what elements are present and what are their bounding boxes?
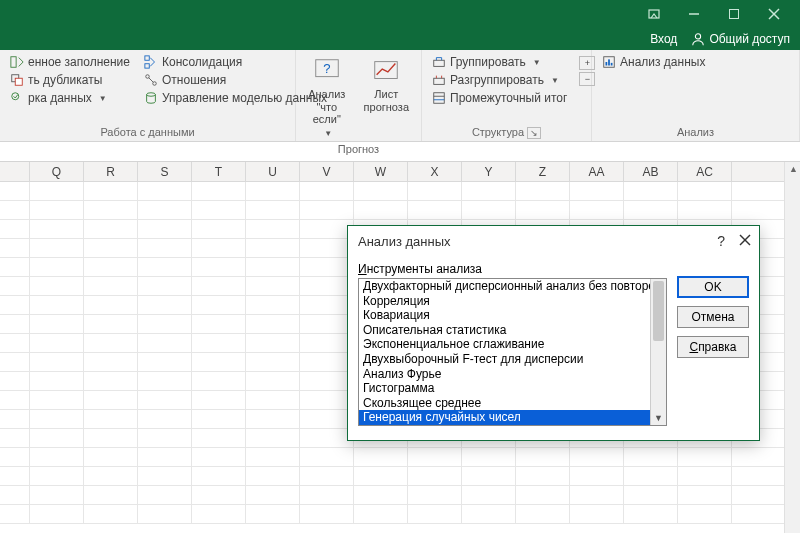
subtotal-label: Промежуточный итог: [450, 91, 567, 105]
svg-line-13: [149, 78, 153, 82]
chevron-down-icon: ▼: [654, 413, 663, 423]
column-header[interactable]: AC: [678, 162, 732, 181]
listbox-item[interactable]: Ковариация: [359, 308, 650, 323]
listbox-item[interactable]: Двухвыборочный F-тест для дисперсии: [359, 352, 650, 367]
scrollbar-thumb[interactable]: [653, 281, 664, 341]
scroll-up-icon: ▲: [789, 164, 798, 174]
data-validation-button[interactable]: рка данных ▼: [8, 90, 132, 106]
ribbon-group-outline: Группировать ▼ Разгруппировать ▼ Промежу…: [422, 50, 592, 141]
svg-rect-9: [145, 56, 149, 60]
column-header[interactable]: Z: [516, 162, 570, 181]
group-label-forecast: Прогноз: [304, 141, 413, 158]
ribbon-display-options-button[interactable]: [634, 0, 674, 28]
column-header[interactable]: AB: [624, 162, 678, 181]
column-header[interactable]: Y: [462, 162, 516, 181]
listbox-item[interactable]: Анализ Фурье: [359, 367, 650, 382]
svg-rect-25: [608, 59, 610, 65]
window-titlebar: [0, 0, 800, 28]
ungroup-label: Разгруппировать: [450, 73, 544, 87]
group-button[interactable]: Группировать ▼: [430, 54, 569, 70]
subtotal-button[interactable]: Промежуточный итог: [430, 90, 569, 106]
chevron-down-icon: ▼: [551, 76, 559, 85]
column-header[interactable]: Q: [30, 162, 84, 181]
ungroup-icon: [432, 73, 446, 87]
column-header[interactable]: W: [354, 162, 408, 181]
svg-rect-10: [145, 64, 149, 68]
ribbon-group-forecast: ? Анализ "чтоесли" ▼ Листпрогноза Прогно…: [296, 50, 422, 141]
sign-in-link[interactable]: Вход: [650, 32, 677, 46]
grid-row[interactable]: [0, 448, 800, 467]
listbox-item[interactable]: Экспоненциальное сглаживание: [359, 337, 650, 352]
grid-row[interactable]: [0, 182, 800, 201]
relationships-icon: [144, 73, 158, 87]
share-label: Общий доступ: [709, 32, 790, 46]
column-header[interactable]: V: [300, 162, 354, 181]
dialog-close-button[interactable]: [739, 233, 751, 249]
column-header[interactable]: S: [138, 162, 192, 181]
data-analysis-dialog: Анализ данных ? Инструменты анализа Двух…: [347, 225, 760, 441]
ribbon-group-data-tools: енное заполнение ть дубликаты рка данных…: [0, 50, 296, 141]
remove-duplicates-button[interactable]: ть дубликаты: [8, 72, 132, 88]
remove-duplicates-label: ть дубликаты: [28, 73, 102, 87]
svg-point-12: [153, 82, 157, 86]
svg-rect-26: [611, 63, 613, 66]
share-button[interactable]: Общий доступ: [691, 32, 790, 46]
listbox-item[interactable]: Генерация случайных чисел: [359, 410, 650, 425]
tools-list-label: Инструменты анализа: [358, 260, 667, 278]
column-header[interactable]: X: [408, 162, 462, 181]
listbox-scrollbar[interactable]: ▼: [650, 279, 666, 425]
listbox-item[interactable]: Описательная статистика: [359, 323, 650, 338]
person-icon: [691, 32, 705, 46]
help-button[interactable]: Справка: [677, 336, 749, 358]
forecast-sheet-button[interactable]: Листпрогноза: [360, 54, 413, 115]
listbox-item[interactable]: Скользящее среднее: [359, 396, 650, 411]
ok-button[interactable]: OK: [677, 276, 749, 298]
svg-point-8: [12, 93, 19, 100]
whatif-analysis-button[interactable]: ? Анализ "чтоесли" ▼: [304, 54, 350, 141]
dialog-title: Анализ данных: [358, 234, 451, 249]
column-header[interactable]: U: [246, 162, 300, 181]
data-validation-label: рка данных: [28, 91, 92, 105]
grid-row[interactable]: [0, 486, 800, 505]
grid-row[interactable]: [0, 505, 800, 524]
group-label: Группировать: [450, 55, 526, 69]
listbox-item[interactable]: Корреляция: [359, 294, 650, 309]
vertical-scrollbar[interactable]: ▲: [784, 162, 800, 533]
chevron-down-icon: ▼: [99, 94, 107, 103]
relationships-label: Отношения: [162, 73, 226, 87]
cancel-button[interactable]: Отмена: [677, 306, 749, 328]
svg-text:?: ?: [323, 61, 330, 76]
data-validation-icon: [10, 91, 24, 105]
close-icon: [739, 234, 751, 246]
column-header[interactable]: T: [192, 162, 246, 181]
subtotal-icon: [432, 91, 446, 105]
dialog-help-button[interactable]: ?: [717, 233, 725, 249]
chevron-down-icon: ▼: [324, 129, 332, 138]
flash-fill-icon: [10, 55, 24, 69]
svg-rect-20: [434, 93, 445, 104]
ribbon: енное заполнение ть дубликаты рка данных…: [0, 50, 800, 142]
minimize-button[interactable]: [674, 0, 714, 28]
data-analysis-button[interactable]: Анализ данных: [600, 54, 707, 70]
column-header[interactable]: R: [84, 162, 138, 181]
listbox-items: Двухфакторный дисперсионный анализ без п…: [359, 279, 650, 425]
group-label-data-tools: Работа с данными: [8, 124, 287, 141]
listbox-item[interactable]: Гистограмма: [359, 381, 650, 396]
svg-point-11: [146, 75, 150, 79]
remove-duplicates-icon: [10, 73, 24, 87]
flash-fill-button[interactable]: енное заполнение: [8, 54, 132, 70]
analysis-tools-listbox[interactable]: Двухфакторный дисперсионный анализ без п…: [358, 278, 667, 426]
svg-point-14: [147, 93, 156, 97]
whatif-icon: ?: [312, 56, 342, 86]
close-button[interactable]: [754, 0, 794, 28]
column-header[interactable]: AA: [570, 162, 624, 181]
listbox-item[interactable]: Двухфакторный дисперсионный анализ без п…: [359, 279, 650, 294]
maximize-button[interactable]: [714, 0, 754, 28]
grid-row[interactable]: [0, 467, 800, 486]
consolidate-icon: [144, 55, 158, 69]
grid-row[interactable]: [0, 201, 800, 220]
data-analysis-label: Анализ данных: [620, 55, 705, 69]
dialog-titlebar[interactable]: Анализ данных ?: [348, 226, 759, 256]
group-label-outline: Структура ↘: [430, 124, 583, 141]
ungroup-button[interactable]: Разгруппировать ▼: [430, 72, 569, 88]
